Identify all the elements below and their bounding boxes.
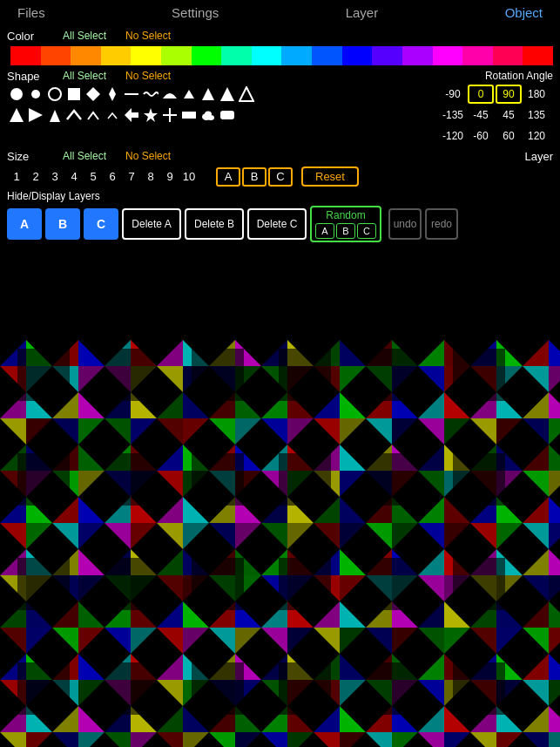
color-cell[interactable] (433, 46, 463, 65)
size-num-6[interactable]: 6 (103, 168, 122, 185)
rotation-btn[interactable]: -135 (440, 105, 466, 125)
rotation-btn[interactable]: 135 (523, 105, 550, 125)
svg-marker-13 (50, 110, 60, 122)
shape-plus[interactable] (160, 105, 179, 125)
shape-square[interactable] (64, 85, 84, 104)
nav-layer[interactable]: Layer (346, 5, 379, 20)
layer-label-size: Layer (524, 150, 553, 163)
color-cell[interactable] (10, 46, 41, 65)
color-cell[interactable] (161, 46, 192, 65)
svg-marker-8 (202, 88, 214, 100)
shape-no-select[interactable]: No Select (120, 69, 176, 83)
shape-line[interactable] (122, 85, 141, 104)
svg-rect-6 (125, 93, 138, 95)
size-all-select[interactable]: All Select (57, 149, 111, 163)
shape-triangle-lg[interactable] (218, 85, 237, 104)
delete-a-button[interactable]: Delete A (122, 208, 181, 240)
shape-label-row: Shape All Select No Select Rotation Angl… (7, 69, 553, 83)
color-cell[interactable] (493, 46, 523, 65)
reset-button[interactable]: Reset (301, 166, 359, 187)
color-cell[interactable] (372, 46, 402, 65)
size-num-9[interactable]: 9 (160, 168, 179, 185)
layer-display-c[interactable]: C (84, 208, 118, 240)
size-num-2[interactable]: 2 (26, 168, 45, 185)
layer-abc-a[interactable]: A (216, 167, 240, 187)
rotation-btn[interactable]: 90 (496, 85, 522, 104)
shape-star[interactable] (141, 105, 160, 125)
size-num-8[interactable]: 8 (141, 168, 160, 185)
size-num-10[interactable]: 10 (179, 168, 199, 185)
color-cell[interactable] (252, 46, 282, 65)
shape-diamond[interactable] (84, 85, 103, 104)
svg-point-0 (10, 88, 23, 100)
size-num-7[interactable]: 7 (122, 168, 141, 185)
random-c[interactable]: C (357, 223, 376, 239)
size-num-4[interactable]: 4 (64, 168, 84, 185)
rotation-btn[interactable]: -60 (468, 126, 494, 146)
shape-thin-diamond[interactable] (103, 85, 122, 104)
random-a[interactable]: A (315, 223, 334, 239)
svg-point-19 (205, 112, 212, 118)
color-row: Color All Select No Select (7, 29, 553, 43)
color-cell[interactable] (41, 46, 71, 65)
nav-files[interactable]: Files (17, 5, 45, 20)
shape-tri-sm-left[interactable] (45, 105, 64, 125)
color-cell[interactable] (221, 46, 252, 65)
color-cell[interactable] (101, 46, 132, 65)
shape-all-select[interactable]: All Select (57, 69, 111, 83)
color-cell[interactable] (281, 46, 312, 65)
rotation-btn[interactable]: 45 (496, 105, 522, 125)
shape-wave[interactable] (141, 85, 160, 104)
delete-c-button[interactable]: Delete C (247, 208, 307, 240)
nav-settings[interactable]: Settings (172, 5, 219, 20)
size-no-select[interactable]: No Select (120, 149, 176, 163)
shape-caret-up[interactable] (64, 105, 84, 125)
color-cell[interactable] (523, 46, 553, 65)
color-cell[interactable] (342, 46, 373, 65)
shape-cloud[interactable] (199, 105, 218, 125)
shape-rect[interactable] (179, 105, 199, 125)
nav-object[interactable]: Object (505, 5, 543, 20)
shape-arrow-left[interactable] (122, 105, 141, 125)
rotation-btn[interactable]: -120 (440, 126, 466, 146)
color-cell[interactable] (312, 46, 342, 65)
rotation-btn[interactable]: -45 (468, 105, 494, 125)
layer-display-b[interactable]: B (45, 208, 80, 240)
size-num-3[interactable]: 3 (45, 168, 64, 185)
size-num-1[interactable]: 1 (7, 168, 26, 185)
shape-caret-sm[interactable] (84, 105, 103, 125)
rotation-btn[interactable]: 60 (496, 126, 522, 146)
layer-abc-c[interactable]: C (268, 167, 293, 187)
shape-hill[interactable] (160, 85, 179, 104)
rotation-btn[interactable]: 120 (523, 126, 550, 146)
undo-button[interactable]: undo (388, 208, 422, 240)
delete-b-button[interactable]: Delete B (185, 208, 244, 240)
hide-display-label: Hide/Display Layers (7, 190, 100, 202)
shape-triangle-sm[interactable] (179, 85, 199, 104)
shape-tri-right[interactable] (26, 105, 45, 125)
layer-abc-b[interactable]: B (242, 167, 267, 187)
shape-caret-xs[interactable] (103, 105, 122, 125)
color-cell[interactable] (192, 46, 222, 65)
size-num-5[interactable]: 5 (84, 168, 103, 185)
layer-display-a[interactable]: A (7, 208, 42, 240)
color-cell[interactable] (402, 46, 433, 65)
shape-tri-left[interactable] (7, 105, 26, 125)
shape-circle-sm[interactable] (26, 85, 45, 104)
shape-triangle-md[interactable] (199, 85, 218, 104)
rotation-btn[interactable]: 180 (523, 85, 550, 104)
rotation-btn[interactable]: -90 (440, 85, 466, 104)
shape-circle[interactable] (7, 85, 26, 104)
random-b[interactable]: B (336, 223, 355, 239)
shape-rounded-rect[interactable] (218, 105, 237, 125)
rotation-btn[interactable]: 0 (468, 85, 494, 104)
color-no-select[interactable]: No Select (120, 29, 176, 43)
color-cell[interactable] (131, 46, 161, 65)
redo-button[interactable]: redo (425, 208, 458, 240)
random-button[interactable]: Random (326, 209, 365, 221)
shape-triangle-xl[interactable] (237, 85, 256, 104)
color-cell[interactable] (71, 46, 101, 65)
shape-diamond-circle[interactable] (45, 85, 64, 104)
color-all-select[interactable]: All Select (57, 29, 111, 43)
color-cell[interactable] (462, 46, 493, 65)
